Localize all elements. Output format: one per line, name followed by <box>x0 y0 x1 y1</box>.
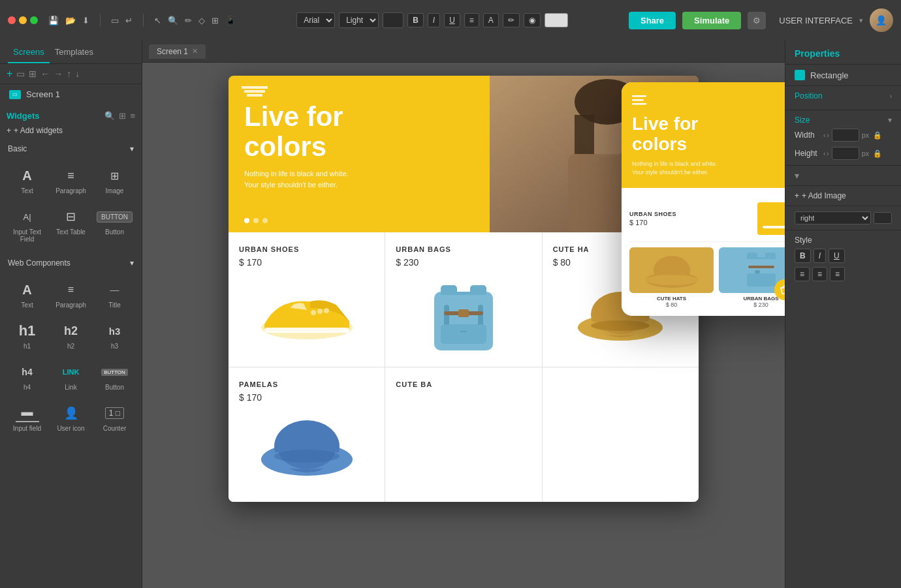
italic-format-button[interactable]: I <box>814 249 826 263</box>
add-widgets-button[interactable]: + + Add widgets <box>7 126 135 135</box>
width-increment-icon[interactable]: › <box>827 132 829 139</box>
font-size-input[interactable]: 12 <box>383 12 403 28</box>
open-icon[interactable]: 📂 <box>65 16 76 25</box>
mobile-icon[interactable]: 📱 <box>225 16 236 25</box>
pen-color-button[interactable]: ✏ <box>503 13 520 27</box>
wc-h2[interactable]: h2 h2 <box>50 317 91 355</box>
size-row[interactable]: Size ▾ <box>795 116 892 125</box>
add-screen-icon[interactable]: + <box>7 68 12 80</box>
expand-chevron-icon[interactable]: ▾ <box>795 170 799 181</box>
position-label: Position <box>795 91 823 101</box>
widget-input-text[interactable]: A| Input Text Field <box>7 202 48 248</box>
wc-input[interactable]: ▬ Input field <box>7 399 48 437</box>
canvas-tab-close-icon[interactable]: ✕ <box>192 47 198 55</box>
list-view-icon[interactable]: ≡ <box>130 111 135 121</box>
widget-image[interactable]: Image <box>94 161 135 200</box>
screen-list-icon[interactable]: ▭ <box>16 69 25 79</box>
settings-button[interactable]: ⚙ <box>748 12 766 29</box>
maximize-dot[interactable] <box>30 16 38 24</box>
product-price-pamelas: $ 170 <box>239 392 374 403</box>
align-left-button[interactable]: ≡ <box>795 267 810 281</box>
shape-icon[interactable]: ◇ <box>198 16 205 25</box>
add-image-button[interactable]: + + Add Image <box>785 186 901 206</box>
width-input[interactable]: 307 <box>832 129 859 142</box>
wc-title[interactable]: — Title <box>94 275 135 314</box>
hero-dot-2[interactable] <box>253 218 259 223</box>
widget-button[interactable]: BUTTON Button <box>94 202 135 248</box>
height-decrement-icon[interactable]: ‹ <box>823 150 825 157</box>
wc-h1[interactable]: h1 h1 <box>7 317 48 355</box>
bold-button[interactable]: B <box>407 13 424 27</box>
hero-dot-1[interactable] <box>244 218 249 223</box>
simulate-button[interactable]: Simulate <box>682 12 741 29</box>
italic-button[interactable]: I <box>428 13 440 27</box>
nav-down-icon[interactable]: ↓ <box>75 69 80 79</box>
screen-icon[interactable]: ▭ <box>111 16 119 25</box>
share-button[interactable]: Share <box>629 12 676 29</box>
svg-point-27 <box>591 320 650 331</box>
underline-button[interactable]: U <box>444 13 460 27</box>
width-lock-icon[interactable]: 🔒 <box>873 131 882 140</box>
right-font-select[interactable]: right <box>795 211 871 224</box>
search-icon[interactable]: 🔍 <box>104 111 115 121</box>
widget-paragraph[interactable]: Paragraph <box>50 161 91 200</box>
widget-paragraph-label: Paragraph <box>55 187 86 194</box>
product-name-pamelas: PAMELAS <box>239 380 374 388</box>
underline-format-button[interactable]: U <box>829 249 845 263</box>
cursor-icon[interactable]: ↖ <box>154 16 161 25</box>
nav-right-icon[interactable]: → <box>54 69 63 79</box>
product-card-bags: URBAN BAGS $ 230 <box>385 232 541 367</box>
section-basic[interactable]: Basic <box>7 142 135 156</box>
position-row[interactable]: Position <box>795 91 892 101</box>
align-right-button[interactable]: ≡ <box>830 267 845 281</box>
height-increment-icon[interactable]: › <box>827 150 829 157</box>
section-web-components[interactable]: Web Components <box>7 256 135 270</box>
pen-icon[interactable]: ✏ <box>185 16 192 25</box>
widget-text[interactable]: Text <box>7 161 48 200</box>
height-lock-icon[interactable]: 🔒 <box>873 149 882 158</box>
zoom-icon[interactable]: 🔍 <box>168 16 178 25</box>
product-image-bags <box>396 275 531 354</box>
fill-button[interactable]: ◉ <box>524 13 541 27</box>
tab-screens[interactable]: Screens <box>8 40 50 63</box>
bold-format-button[interactable]: B <box>795 249 811 263</box>
wc-h4[interactable]: h4 h4 <box>7 358 48 396</box>
nav-left-icon[interactable]: ← <box>40 69 50 79</box>
wc-paragraph[interactable]: ≡ Paragraph <box>50 275 91 314</box>
wc-h3[interactable]: h3 h3 <box>94 317 135 355</box>
color-swatch[interactable] <box>545 13 568 27</box>
screen-grid-icon[interactable]: ⊞ <box>29 69 37 79</box>
minimize-dot[interactable] <box>19 16 27 24</box>
wc-user[interactable]: 👤 User icon <box>50 399 91 437</box>
widget-text-table[interactable]: ⊟ Text Table <box>50 202 91 248</box>
right-font-size[interactable]: 12 <box>874 212 892 224</box>
nav-up-icon[interactable]: ↑ <box>67 69 71 79</box>
tab-templates[interactable]: Templates <box>50 40 99 63</box>
wc-button[interactable]: BUTTON Button <box>94 358 135 396</box>
save-icon[interactable]: 💾 <box>48 16 59 25</box>
avatar[interactable]: 👤 <box>870 8 893 32</box>
svg-rect-36 <box>763 226 785 228</box>
close-dot[interactable] <box>8 16 16 24</box>
chevron-down-icon[interactable]: ▾ <box>859 16 863 25</box>
rect-color-box[interactable] <box>795 70 805 80</box>
arrow-icon[interactable]: ↵ <box>125 16 133 25</box>
font-family-select[interactable]: Arial <box>296 12 335 28</box>
height-input[interactable]: 307 <box>832 147 859 160</box>
font-weight-select[interactable]: Light <box>339 12 379 28</box>
screen-item[interactable]: ▭ Screen 1 <box>0 84 142 104</box>
download-icon[interactable]: ⬇ <box>82 16 89 25</box>
product-card-empty <box>543 367 699 502</box>
component-icon[interactable]: ⊞ <box>212 16 219 25</box>
width-decrement-icon[interactable]: ‹ <box>823 132 825 139</box>
canvas-tab-screen1[interactable]: Screen 1 ✕ <box>149 44 206 59</box>
wc-text[interactable]: A Text <box>7 275 48 314</box>
wc-link[interactable]: LINK Link <box>50 358 91 396</box>
hero-dot-3[interactable] <box>262 218 268 223</box>
align-button[interactable]: ≡ <box>464 13 479 27</box>
widget-table-label: Text Table <box>56 228 86 236</box>
text-color-button[interactable]: A <box>483 13 499 27</box>
wc-counter[interactable]: 1 □ Counter <box>94 399 135 437</box>
align-center-button[interactable]: ≡ <box>812 267 827 281</box>
grid-view-icon[interactable]: ⊞ <box>119 111 126 121</box>
